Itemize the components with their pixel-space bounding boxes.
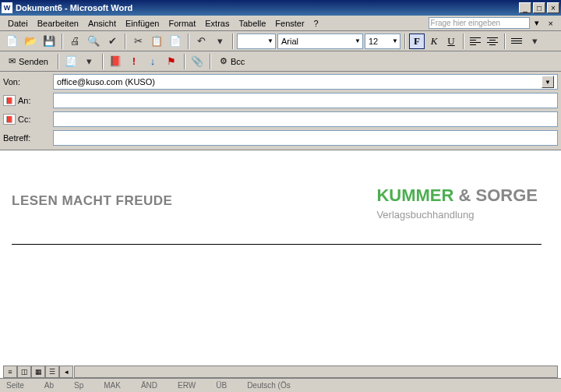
font-size-dropdown[interactable]: 12▼ [365,34,400,49]
scroll-left-button[interactable]: ◂ [59,366,73,378]
accounts-button[interactable]: 🧾 [62,53,79,70]
address-book-button[interactable]: 📕 [107,53,124,70]
window-controls: _ □ × [519,2,559,13]
an-label[interactable]: 📕An: [3,95,50,106]
maximize-button[interactable]: □ [533,2,545,13]
menu-bearbeiten[interactable]: Bearbeiten [33,17,83,30]
options-icon: ⚙ [220,56,228,66]
window-title: Dokument6 - Microsoft Word [16,3,519,12]
word-icon: W [2,2,12,13]
options-button[interactable]: ⚙ Bcc [214,53,250,70]
von-field[interactable]: office@kuso.com (KUSO) ▼ [53,74,558,90]
status-bar: Seite Ab Sp MAK ÄND ERW ÜB Deutsch (Ös [0,378,561,392]
align-center-button[interactable] [485,34,500,49]
spellcheck-button[interactable]: ✔ [104,33,121,50]
copy-button[interactable]: 📋 [148,33,165,50]
menu-extras[interactable]: Extras [200,17,234,30]
print-button[interactable]: 🖨 [66,33,83,50]
status-ub: ÜB [213,381,230,390]
paste-button[interactable]: 📄 [167,33,184,50]
menu-datei[interactable]: Datei [3,17,33,30]
bcc-label: Bcc [231,57,245,66]
undo-button[interactable]: ↶ [192,33,210,50]
menu-einfuegen[interactable]: Einfügen [121,17,164,30]
toolbar-options-button[interactable]: ▾ [526,33,543,50]
bold-button[interactable]: F [409,34,425,49]
toolbar-more-button[interactable]: ▾ [211,33,228,50]
view-buttons: ≡ ◫ ▦ ☰ ◂ [3,366,73,378]
outline-view-button[interactable]: ☰ [45,366,59,378]
von-label: Von: [3,77,50,87]
betreff-field[interactable] [53,130,558,146]
check-names-button[interactable]: ! [125,53,143,70]
an-label-text: An: [18,96,31,105]
new-doc-button[interactable]: 📄 [3,33,20,50]
font-size: 12 [369,37,378,46]
priority-down-button[interactable]: ↓ [144,53,161,70]
status-ab: Ab [41,381,57,390]
align-left-button[interactable] [468,34,483,49]
menu-dropdown-arrow[interactable]: ▾ [530,16,544,30]
an-field[interactable] [53,93,558,108]
open-button[interactable]: 📂 [22,33,39,50]
status-seite: Seite [3,381,27,390]
font-dropdown[interactable]: Arial▼ [277,34,363,49]
send-button[interactable]: ✉ Senden [3,53,54,70]
normal-view-button[interactable]: ≡ [3,366,17,378]
horizontal-rule [12,244,542,245]
status-mak: MAK [101,381,124,390]
cc-row: 📕Cc: [3,111,558,128]
close-button[interactable]: × [547,2,559,13]
flag-button[interactable]: ⚑ [163,53,180,70]
window-titlebar: W Dokument6 - Microsoft Word _ □ × [0,0,561,16]
print-view-button[interactable]: ▦ [31,366,45,378]
an-row: 📕An: [3,92,558,109]
web-view-button[interactable]: ◫ [17,366,31,378]
status-sp: Sp [71,381,86,390]
menu-close-doc[interactable]: × [544,17,558,30]
italic-button[interactable]: K [426,34,442,49]
addressbook-icon: 📕 [3,95,16,106]
save-button[interactable]: 💾 [41,33,58,50]
menu-hilfe[interactable]: ? [309,17,323,30]
company-name-green: KUMMER [376,185,453,205]
company-name-gray: SORGE [476,185,538,205]
mail-header-fields: Von: office@kuso.com (KUSO) ▼ 📕An: 📕Cc: … [0,72,561,150]
status-lang: Deutsch (Ös [244,381,294,390]
horizontal-scrollbar[interactable] [74,366,558,378]
von-dropdown-arrow[interactable]: ▼ [542,76,554,88]
company-block: KUMMER & SORGE Verlagsbuchhandlung [376,185,538,221]
send-icon: ✉ [9,56,16,66]
cut-button[interactable]: ✂ [129,33,146,50]
bullets-button[interactable] [509,34,524,49]
status-and: ÄND [138,381,161,390]
company-name-amp: & [453,185,475,205]
von-row: Von: office@kuso.com (KUSO) ▼ [3,73,558,90]
company-subtitle: Verlagsbuchhandlung [376,209,538,221]
cc-field[interactable] [53,111,558,127]
cc-label-text: Cc: [18,115,31,124]
cc-label[interactable]: 📕Cc: [3,114,50,125]
accounts-arrow[interactable]: ▾ [81,53,98,70]
mail-toolbar: ✉ Senden 🧾 ▾ 📕 ! ↓ ⚑ 📎 ⚙ Bcc [0,51,561,72]
slogan-text: LESEN MACHT FREUDE [12,193,172,209]
underline-button[interactable]: U [443,34,459,49]
menu-fenster[interactable]: Fenster [270,17,309,30]
attach-button[interactable]: 📎 [189,53,206,70]
print-preview-button[interactable]: 🔍 [85,33,102,50]
company-name: KUMMER & SORGE [376,185,538,206]
standard-toolbar: 📄 📂 💾 🖨 🔍 ✔ ✂ 📋 📄 ↶ ▾ ▼ Arial▼ 12▼ F K U… [0,31,561,51]
addressbook-icon: 📕 [3,114,16,125]
betreff-label: Betreff: [3,133,50,143]
menubar: Datei Bearbeiten Ansicht Einfügen Format… [0,16,561,31]
menu-format[interactable]: Format [164,17,200,30]
style-dropdown[interactable]: ▼ [237,34,276,49]
menu-tabelle[interactable]: Tabelle [234,17,270,30]
document-area[interactable]: LESEN MACHT FREUDE KUMMER & SORGE Verlag… [0,150,561,352]
ask-question-box[interactable]: Frage hier eingeben [429,17,530,29]
status-erw: ERW [175,381,199,390]
von-value: office@kuso.com (KUSO) [57,77,155,87]
font-name: Arial [281,37,298,46]
menu-ansicht[interactable]: Ansicht [83,17,121,30]
minimize-button[interactable]: _ [519,2,531,13]
